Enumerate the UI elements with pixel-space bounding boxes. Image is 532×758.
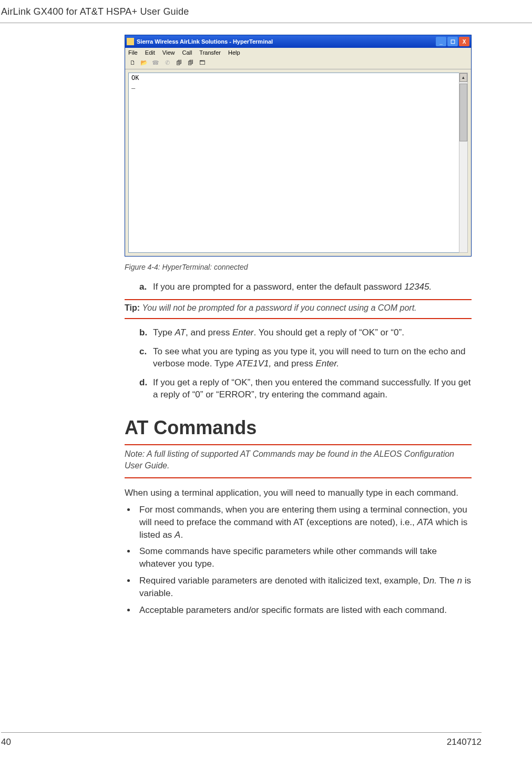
- note-divider-top: [125, 444, 472, 445]
- menu-file[interactable]: File: [128, 49, 138, 56]
- page-header: AirLink GX400 for AT&T HSPA+ User Guide: [0, 0, 532, 21]
- hyperterminal-window: Sierra Wireless AirLink Solutions - Hype…: [125, 35, 472, 257]
- tip-block: Tip: You will not be prompted for a pass…: [125, 303, 472, 313]
- terminal-output[interactable]: OK _: [128, 73, 459, 253]
- body-paragraph: When using a terminal application, you w…: [125, 487, 472, 499]
- send-icon[interactable]: 🗐: [174, 58, 183, 67]
- toolbar: 🗋 📂 ☎ ✆ 🗐 🗐 🗔: [125, 57, 471, 69]
- step-label: c.: [139, 345, 153, 370]
- tip-divider-top: [125, 299, 472, 300]
- window-title: Sierra Wireless AirLink Solutions - Hype…: [137, 38, 273, 45]
- tip-divider-bottom: [125, 318, 472, 319]
- tip-text: You will not be prompted for a password …: [142, 303, 416, 312]
- figure-caption: Figure 4-4: HyperTerminal: connected: [125, 263, 472, 271]
- new-icon[interactable]: 🗋: [128, 58, 137, 67]
- list-item: Required variable parameters are denoted…: [136, 575, 472, 600]
- page-content: Sierra Wireless AirLink Solutions - Hype…: [0, 35, 532, 616]
- step-label: a.: [139, 281, 153, 293]
- maximize-button[interactable]: ☐: [447, 37, 458, 46]
- app-icon: [127, 38, 134, 45]
- header-divider: [0, 23, 532, 23]
- step-label: d.: [139, 376, 153, 401]
- note-text: A full listing of supported AT Commands …: [125, 449, 454, 470]
- window-titlebar: Sierra Wireless AirLink Solutions - Hype…: [125, 35, 471, 48]
- step-text: Type AT, and press Enter. You should get…: [153, 326, 472, 339]
- note-block: Note: A full listing of supported AT Com…: [125, 448, 472, 472]
- document-id: 2140712: [447, 737, 482, 747]
- page-number: 40: [1, 737, 11, 747]
- open-icon[interactable]: 📂: [139, 58, 149, 67]
- disconnect-icon[interactable]: ✆: [162, 58, 172, 67]
- step-d: d. If you get a reply of “OK”, then you …: [139, 376, 472, 401]
- note-divider-bottom: [125, 477, 472, 478]
- scroll-up-icon[interactable]: ▴: [459, 73, 467, 82]
- note-label: Note:: [125, 449, 147, 458]
- list-item: Acceptable parameters and/or specific fo…: [136, 604, 472, 617]
- bullet-list: For most commands, when you are entering…: [125, 504, 472, 616]
- menu-bar: File Edit View Call Transfer Help: [125, 48, 471, 57]
- step-text: To see what you are typing as you type i…: [153, 345, 472, 370]
- minimize-button[interactable]: _: [436, 37, 446, 46]
- step-c: c. To see what you are typing as you typ…: [139, 345, 472, 370]
- list-item: For most commands, when you are entering…: [136, 504, 472, 541]
- page-footer: 40 2140712: [0, 732, 532, 747]
- receive-icon[interactable]: 🗐: [186, 58, 195, 67]
- connect-icon[interactable]: ☎: [151, 58, 160, 67]
- step-b: b. Type AT, and press Enter. You should …: [139, 326, 472, 339]
- menu-edit[interactable]: Edit: [145, 49, 155, 56]
- step-a: a. If you are prompted for a password, e…: [139, 281, 472, 293]
- window-buttons: _ ☐ X: [436, 37, 469, 46]
- terminal-area: OK _ ▴: [125, 69, 471, 256]
- footer-divider: [1, 732, 482, 733]
- step-text: If you get a reply of “OK”, then you ent…: [153, 376, 472, 401]
- step-text: If you are prompted for a password, ente…: [153, 281, 472, 293]
- menu-help[interactable]: Help: [228, 49, 240, 56]
- list-item: Some commands have specific parameters w…: [136, 545, 472, 570]
- tip-label: Tip:: [125, 303, 142, 312]
- menu-call[interactable]: Call: [182, 49, 192, 56]
- menu-transfer[interactable]: Transfer: [199, 49, 221, 56]
- scrollbar[interactable]: ▴: [459, 73, 468, 253]
- section-heading: AT Commands: [125, 417, 472, 439]
- properties-icon[interactable]: 🗔: [197, 58, 207, 67]
- menu-view[interactable]: View: [162, 49, 175, 56]
- document-title: AirLink GX400 for AT&T HSPA+ User Guide: [1, 6, 532, 17]
- step-label: b.: [139, 326, 153, 339]
- scroll-thumb[interactable]: [459, 84, 467, 141]
- close-button[interactable]: X: [459, 37, 469, 46]
